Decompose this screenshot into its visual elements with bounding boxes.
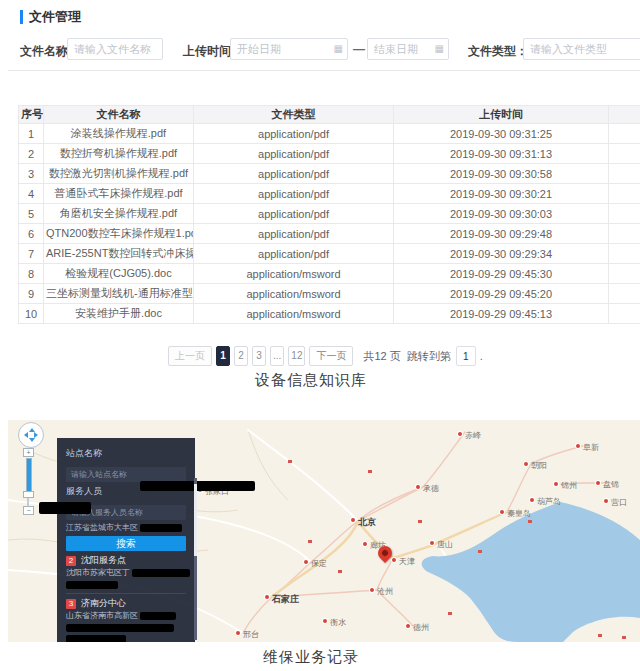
table-cell: application/msword (194, 284, 394, 304)
scrollbar-thumb[interactable] (194, 484, 197, 556)
divider (8, 70, 640, 71)
map-city-label: 石家庄 (272, 593, 299, 606)
table-cell: application/pdf (194, 184, 394, 204)
table-cell (609, 284, 640, 304)
table-cell: 9 (19, 284, 44, 304)
table-cell: 2019-09-30 09:31:25 (394, 124, 609, 144)
accent-bar-icon (20, 10, 23, 24)
table-cell: application/pdf (194, 164, 394, 184)
zoom-control[interactable]: + − (22, 448, 36, 515)
date-range-separator: — (353, 42, 365, 56)
redaction-bar (66, 624, 174, 632)
table-row[interactable]: 3数控激光切割机操作规程.pdfapplication/pdf2019-09-3… (19, 164, 640, 184)
table-cell: 2019-09-30 09:31:13 (394, 144, 609, 164)
pan-up-icon[interactable] (29, 425, 35, 432)
table-cell: 检验规程(CJG05).doc (44, 264, 194, 284)
file-table-body: 1涂装线操作规程.pdfapplication/pdf2019-09-30 09… (19, 124, 640, 324)
next-page-button[interactable]: 下一页 (309, 346, 353, 366)
zoom-slider-track[interactable] (26, 458, 32, 491)
pan-control[interactable] (18, 422, 44, 448)
file-name-input[interactable] (67, 38, 163, 60)
site-title: 济南分中心 (81, 597, 126, 610)
map-city-label: 锦州 (561, 480, 577, 491)
table-cell: 4 (19, 184, 44, 204)
table-cell (609, 264, 640, 284)
table-cell: QTN200数控车床操作规程1.pdf (44, 224, 194, 244)
table-row[interactable]: 1涂装线操作规程.pdfapplication/pdf2019-09-30 09… (19, 124, 640, 144)
table-cell (609, 144, 640, 164)
table-cell: 8 (19, 264, 44, 284)
table-row[interactable]: 10安装维护手册.docapplication/msword2019-09-29… (19, 304, 640, 324)
pan-right-icon[interactable] (34, 432, 41, 438)
jump-page-input[interactable] (456, 346, 476, 366)
table-cell: 2019-09-30 09:30:58 (394, 164, 609, 184)
column-header: 文件类型 (194, 106, 394, 124)
pagination: 上一页 123...12 下一页 共12 页 跳转到第 . (168, 345, 483, 367)
table-row[interactable]: 6QTN200数控车床操作规程1.pdfapplication/pdf2019-… (19, 224, 640, 244)
table-cell: application/pdf (194, 204, 394, 224)
panel-scrollbar[interactable] (194, 478, 197, 640)
zoom-slider-tail (27, 498, 29, 506)
map-city-label: 赤峰 (465, 430, 481, 441)
page-button[interactable]: 12 (288, 346, 305, 366)
map-city-label: 德州 (413, 622, 429, 633)
map-search-panel: 站点名称 服务人员 江苏省盐城市大丰区 搜索 2沈阳服务点沈阳市苏家屯区丁3济南… (57, 438, 195, 642)
table-cell: application/msword (194, 304, 394, 324)
redaction-bar (39, 502, 91, 514)
table-cell: 1 (19, 124, 44, 144)
map-canvas[interactable]: 北京天津廊坊唐山保定沧州石家庄承德张家口秦皇岛赤峰朝阳阜新锦州盘锦葫芦岛营口衡水… (8, 420, 640, 642)
table-cell: 2019-09-30 09:30:21 (394, 184, 609, 204)
table-row[interactable]: 7ARIE-255NT数控回转式冲床操作规程.pdfapplication/pd… (19, 244, 640, 264)
prev-page-button[interactable]: 上一页 (168, 346, 212, 366)
page-button[interactable]: 3 (252, 346, 266, 366)
map-city-label: 天津 (399, 556, 415, 567)
table-cell: application/msword (194, 264, 394, 284)
column-header (609, 106, 640, 124)
table-cell: 2019-09-29 09:45:13 (394, 304, 609, 324)
map-caption: 维保业务记录 (0, 648, 622, 667)
map-city-label: 邢台 (243, 629, 259, 640)
redaction-bar (66, 581, 118, 589)
site-list-item[interactable]: 3济南分中心山东省济南市高新区 (66, 593, 186, 642)
site-list-item[interactable]: 2沈阳服务点沈阳市苏家屯区丁 (66, 551, 186, 593)
map-city-label: 盘锦 (603, 479, 619, 490)
filter-bar: 文件名称： 上传时间： ▦ — ▦ 文件类型： (0, 38, 640, 62)
table-cell: 2019-09-29 09:45:20 (394, 284, 609, 304)
table-header-row: 序号文件名称文件类型上传时间 (19, 106, 640, 124)
zoom-slider-handle[interactable] (23, 491, 34, 498)
zoom-in-button[interactable]: + (23, 448, 34, 457)
table-row[interactable]: 8检验规程(CJG05).docapplication/msword2019-0… (19, 264, 640, 284)
table-cell: 2019-09-30 09:30:03 (394, 204, 609, 224)
table-caption: 设备信息知识库 (0, 371, 622, 390)
table-cell: 数控折弯机操作规程.pdf (44, 144, 194, 164)
map-city-label: 沧州 (377, 586, 393, 597)
table-cell (609, 164, 640, 184)
calendar-icon[interactable]: ▦ (435, 43, 444, 55)
map-city-label: 葫芦岛 (537, 496, 561, 507)
pan-left-icon[interactable] (21, 432, 28, 438)
page-button[interactable]: ... (270, 346, 284, 366)
table-row[interactable]: 2数控折弯机操作规程.pdfapplication/pdf2019-09-30 … (19, 144, 640, 164)
calendar-icon[interactable]: ▦ (334, 43, 343, 55)
page: 文件管理 文件名称： 上传时间： ▦ — ▦ 文件类型： 序号文件名称文件类型上… (0, 0, 640, 671)
table-row[interactable]: 5角磨机安全操作规程.pdfapplication/pdf2019-09-30 … (19, 204, 640, 224)
table-cell: 2 (19, 144, 44, 164)
site-name-input[interactable] (66, 467, 186, 482)
map-city-label: 北京 (358, 516, 376, 529)
table-cell: 角磨机安全操作规程.pdf (44, 204, 194, 224)
map-search-button[interactable]: 搜索 (66, 536, 186, 551)
start-date-input[interactable] (230, 38, 348, 60)
table-cell: 6 (19, 224, 44, 244)
table-cell: 2019-09-29 09:45:30 (394, 264, 609, 284)
page-button[interactable]: 2 (234, 346, 248, 366)
table-row[interactable]: 9三坐标测量划线机-通用标准型2014-安装维application/mswor… (19, 284, 640, 304)
table-cell: application/pdf (194, 244, 394, 264)
zoom-out-button[interactable]: − (23, 506, 34, 515)
file-type-input[interactable] (523, 38, 640, 60)
page-button[interactable]: 1 (216, 346, 230, 366)
table-row[interactable]: 4普通卧式车床操作规程.pdfapplication/pdf2019-09-30… (19, 184, 640, 204)
page-buttons: 123...12 (216, 346, 309, 366)
pan-down-icon[interactable] (29, 438, 35, 445)
table-cell: 2019-09-30 09:29:34 (394, 244, 609, 264)
table-cell: application/pdf (194, 124, 394, 144)
